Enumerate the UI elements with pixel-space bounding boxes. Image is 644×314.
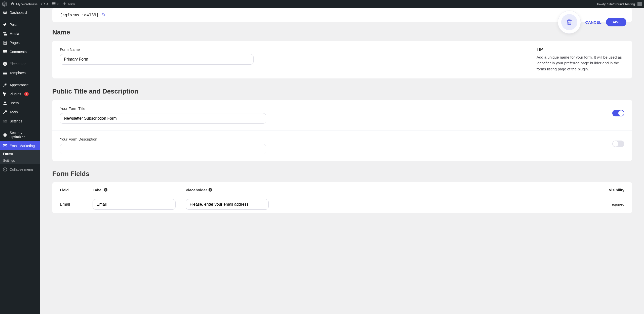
new-label: New (68, 2, 75, 6)
sidebar-item-label: Dashboard (10, 11, 27, 15)
form-description-label: Your Form Description (60, 137, 266, 141)
shortcode-card: [sgforms id=139] (52, 8, 632, 22)
sidebar-item-label: Appearance (10, 83, 29, 87)
sidebar-item-settings[interactable]: Settings (0, 117, 40, 126)
pin-icon (3, 22, 8, 27)
comments-link[interactable]: 0 (52, 2, 59, 7)
tip-title: TIP (537, 47, 624, 52)
section-title-fields: Form Fields (52, 170, 632, 178)
row-field-name: Email (60, 202, 93, 207)
howdy-text: Howdy, SiteGround Testing (596, 2, 635, 6)
sidebar-item-security-optimizer[interactable]: Security Optimizer (0, 129, 40, 141)
sidebar-item-label: Tools (10, 110, 18, 114)
tip-body: Add a unique name for your form. It will… (537, 54, 624, 72)
sliders-icon (3, 119, 8, 124)
sidebar-item-email-marketing[interactable]: Email Marketing (0, 141, 40, 150)
plug-icon (3, 92, 8, 97)
new-link[interactable]: New (63, 2, 75, 7)
sidebar-item-users[interactable]: Users (0, 99, 40, 108)
delete-button[interactable] (558, 11, 581, 34)
site-name: My WordPress (16, 2, 37, 6)
brush-icon (3, 82, 8, 87)
media-icon (3, 31, 8, 36)
svg-rect-5 (5, 65, 6, 65)
updates-link[interactable]: 4 (41, 2, 48, 7)
fields-header: Field Label i Placeholder i Visibility (60, 188, 624, 196)
collapse-label: Collapse menu (10, 167, 33, 171)
form-description-input[interactable] (60, 144, 266, 154)
main-content: [sgforms id=139] Name Form Name TIP Add … (40, 8, 644, 223)
name-card: Form Name TIP Add a unique name for your… (52, 41, 632, 78)
sidebar-item-tools[interactable]: Tools (0, 108, 40, 117)
row-label-input[interactable] (93, 199, 176, 210)
form-title-toggle[interactable] (612, 110, 624, 116)
sidebar-item-label: Templates (10, 71, 26, 75)
sidebar-item-templates[interactable]: Templates (0, 68, 40, 77)
wrench-icon (3, 110, 8, 115)
collapse-icon (3, 167, 8, 172)
header-placeholder: Placeholder (186, 188, 207, 192)
form-name-label: Form Name (60, 47, 521, 52)
row-placeholder-input[interactable] (186, 199, 269, 210)
sidebar-item-comments[interactable]: Comments (0, 47, 40, 56)
refresh-icon (41, 2, 45, 7)
form-fields-card: Field Label i Placeholder i Visibility E… (52, 182, 632, 213)
cancel-button[interactable]: CANCEL (585, 20, 601, 24)
section-title-public: Public Title and Description (52, 87, 632, 95)
form-title-input[interactable] (60, 113, 266, 124)
sidebar-item-label: Posts (10, 23, 18, 27)
sidebar-item-elementor[interactable]: Elementor (0, 59, 40, 68)
mail-icon (3, 143, 8, 148)
section-title-name: Name (52, 28, 632, 36)
admin-bar: My WordPress 4 0 New Howdy, SiteGround T… (0, 0, 644, 8)
user-icon (3, 101, 8, 106)
sidebar-item-label: Pages (10, 41, 20, 45)
updates-count: 4 (47, 2, 48, 6)
info-icon[interactable]: i (209, 188, 212, 192)
form-title-label: Your Form Title (60, 106, 266, 111)
dashboard-icon (3, 10, 8, 15)
svg-point-7 (3, 167, 7, 171)
submenu-item-forms[interactable]: Forms (0, 150, 40, 157)
sidebar-item-media[interactable]: Media (0, 29, 40, 38)
copy-icon[interactable] (102, 13, 105, 17)
wp-logo[interactable] (2, 2, 7, 7)
sidebar-item-label: Elementor (10, 62, 26, 66)
svg-point-6 (4, 102, 6, 103)
submenu-email-marketing: Forms Settings (0, 150, 40, 164)
trash-icon (566, 19, 573, 26)
header-field: Field (60, 188, 93, 192)
sidebar-item-posts[interactable]: Posts (0, 20, 40, 29)
sidebar-item-label: Email Marketing (10, 144, 35, 148)
sidebar-item-label: Users (10, 101, 19, 105)
elementor-icon (3, 61, 8, 66)
submenu-item-settings[interactable]: Settings (0, 157, 40, 164)
howdy-link[interactable]: Howdy, SiteGround Testing (596, 2, 642, 6)
site-link[interactable]: My WordPress (11, 2, 37, 7)
home-icon (11, 2, 15, 7)
save-button[interactable]: SAVE (606, 18, 626, 26)
templates-icon (3, 70, 8, 75)
shortcode-text: [sgforms id=139] (60, 13, 99, 17)
sidebar-item-appearance[interactable]: Appearance (0, 80, 40, 89)
sidebar-item-label: Security Optimizer (10, 131, 38, 139)
sidebar-item-plugins[interactable]: Plugins 1 (0, 89, 40, 99)
row-visibility: required (611, 202, 624, 206)
shield-icon (3, 132, 8, 138)
public-title-card: Your Form Title Your Form Description (52, 100, 632, 161)
sidebar-item-pages[interactable]: Pages (0, 38, 40, 47)
info-icon[interactable]: i (104, 188, 107, 192)
sidebar-item-dashboard[interactable]: Dashboard (0, 8, 40, 17)
svg-rect-2 (4, 63, 5, 65)
collapse-menu[interactable]: Collapse menu (0, 165, 40, 174)
form-name-input[interactable] (60, 54, 254, 65)
svg-rect-4 (5, 64, 6, 64)
action-bar: CANCEL SAVE (558, 11, 626, 34)
table-row: Email required (60, 196, 624, 213)
plugins-badge: 1 (24, 92, 29, 96)
header-label: Label (93, 188, 102, 192)
svg-rect-3 (5, 63, 6, 63)
svg-rect-8 (103, 14, 105, 16)
form-description-toggle[interactable] (612, 141, 624, 147)
sidebar-item-label: Media (10, 32, 19, 36)
